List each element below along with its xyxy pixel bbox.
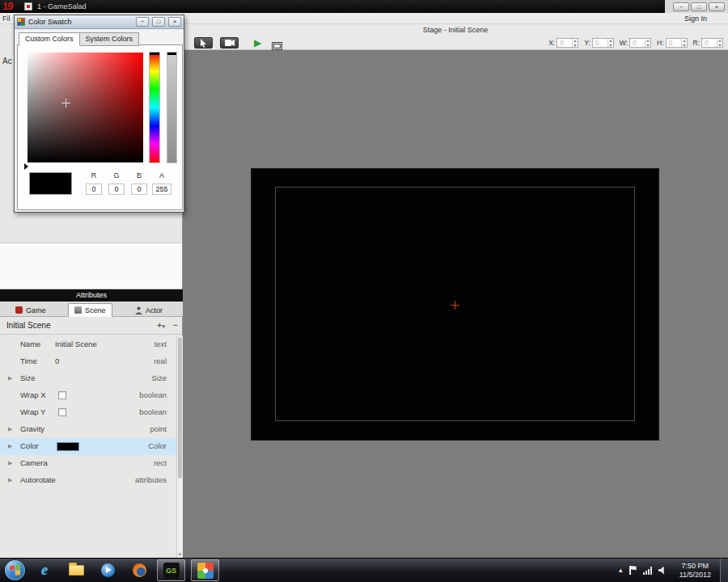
stepper-icon[interactable] (607, 39, 613, 47)
expander-icon[interactable]: ▶ (8, 443, 12, 449)
taskbar-explorer-button[interactable] (64, 559, 88, 582)
scrollbar-thumb[interactable] (178, 337, 182, 479)
screen: 19 1 - GameSalad − □ × Fil Sign In Ac At… (0, 0, 728, 582)
scroll-down-icon[interactable]: ▼ (177, 552, 183, 557)
expander-icon[interactable]: ▶ (8, 460, 12, 466)
expander-icon[interactable]: ▶ (8, 375, 12, 382)
scene-stage[interactable] (251, 168, 659, 441)
maximize-icon[interactable]: □ (691, 2, 707, 11)
media-player-icon (101, 563, 115, 577)
alpha-slider[interactable] (167, 52, 177, 163)
channel-a-input[interactable]: 255 (152, 183, 171, 195)
attr-row-gravity[interactable]: ▶ Gravity point (0, 421, 176, 438)
dialog-minimize-icon[interactable]: − (136, 17, 149, 27)
tab-actor[interactable]: Actor (129, 303, 168, 317)
taskbar-recorder-button[interactable] (191, 559, 219, 581)
attr-row-autorotate[interactable]: ▶ Autorotate attributes (0, 472, 176, 489)
attributes-tab-bar: Game Scene Actor (0, 302, 183, 317)
window-titlebar: 19 1 - GameSalad − □ × (0, 0, 728, 13)
dialog-close-icon[interactable]: × (168, 17, 181, 27)
transform-fields: X: 0 Y: 0 W: 0 H: 0 R: 0 (548, 38, 723, 48)
remove-attribute-button[interactable]: − (173, 319, 178, 331)
sign-in-link[interactable]: Sign In (684, 15, 707, 23)
field-y-input[interactable]: 0 (592, 38, 614, 48)
attr-row-wrap-x[interactable]: Wrap X boolean (0, 387, 176, 404)
game-icon (15, 306, 23, 314)
attr-row-camera[interactable]: ▶ Camera rect (0, 455, 176, 472)
alpha-marker[interactable] (167, 53, 176, 55)
scene-title: Initial Scene (6, 317, 50, 335)
tab-custom-colors[interactable]: Custom Colors (19, 32, 80, 46)
field-r-input[interactable]: 0 (701, 38, 723, 48)
field-x-input[interactable]: 0 (557, 38, 578, 48)
taskbar-firefox-button[interactable] (127, 559, 151, 582)
camera-tool-button[interactable] (220, 37, 239, 48)
field-h-input[interactable]: 0 (666, 38, 688, 48)
attr-row-wrap-y[interactable]: Wrap Y boolean (0, 404, 176, 421)
stepper-icon[interactable] (681, 39, 687, 47)
attr-name: Wrap Y (20, 407, 45, 416)
dialog-titlebar[interactable]: Color Swatch − □ × (15, 15, 184, 29)
attr-name: Color (20, 441, 39, 450)
close-icon[interactable]: × (709, 2, 725, 11)
scene-title-row: Initial Scene +▾ − (0, 317, 183, 335)
attr-row-size[interactable]: ▶ Size Size (0, 370, 176, 387)
attributes-header: Attributes (0, 289, 183, 302)
select-tool-button[interactable] (194, 37, 213, 48)
minimize-icon[interactable]: − (673, 2, 689, 11)
stepper-icon[interactable] (645, 39, 650, 47)
color-preview-swatch (29, 172, 72, 195)
stepper-icon[interactable] (717, 39, 722, 47)
tab-game[interactable]: Game (10, 303, 52, 317)
attr-type: text (154, 340, 167, 348)
wrap-x-checkbox[interactable] (58, 391, 66, 399)
saturation-value-picker[interactable] (28, 53, 143, 162)
file-menu[interactable]: Fil (2, 15, 11, 23)
clock-date: 11/5/2012 (679, 571, 711, 580)
attr-row-name[interactable]: Name Initial Scene text (0, 336, 176, 353)
play-button[interactable]: ▶ (254, 36, 261, 49)
attr-value[interactable]: Initial Scene (55, 340, 97, 348)
volume-icon[interactable] (658, 567, 667, 575)
taskbar-media-player-button[interactable] (95, 559, 120, 582)
dialog-maximize-icon[interactable]: □ (152, 17, 165, 27)
wrap-y-checkbox[interactable] (58, 408, 66, 416)
field-r: R: 0 (693, 38, 724, 48)
color-swatch-icon (17, 18, 25, 26)
gamesalad-icon: GS (163, 563, 180, 579)
color-value-swatch[interactable] (57, 442, 79, 451)
start-button[interactable] (5, 560, 25, 580)
attr-value[interactable]: 0 (55, 356, 59, 365)
expander-icon[interactable]: ▶ (8, 477, 12, 483)
window-title: 1 - GameSalad (37, 2, 87, 11)
channel-g-input[interactable]: 0 (108, 183, 125, 195)
screenshot-icon (272, 42, 282, 50)
camera-icon (225, 40, 235, 46)
taskbar-clock[interactable]: 7:50 PM 11/5/2012 (679, 562, 711, 580)
action-center-icon[interactable] (629, 566, 637, 575)
field-w-label: W: (620, 39, 628, 47)
show-hidden-icons-icon[interactable]: ▴ (619, 567, 623, 574)
field-y-label: Y: (584, 39, 590, 47)
system-tray: ▴ 7:50 PM 11/5/2012 (619, 562, 717, 580)
hue-slider[interactable] (149, 52, 160, 163)
taskbar-ie-button[interactable]: e (32, 559, 57, 582)
add-attribute-button[interactable]: +▾ (157, 319, 165, 332)
attr-row-color[interactable]: ▶ Color Color (0, 438, 176, 455)
scene-icon (74, 306, 82, 314)
hue-marker[interactable] (150, 53, 159, 55)
attr-type: attributes (135, 475, 167, 484)
show-desktop-button[interactable] (720, 559, 728, 582)
caret-down-icon: ▾ (162, 323, 165, 329)
tab-scene[interactable]: Scene (68, 303, 112, 317)
network-icon[interactable] (643, 567, 652, 575)
expander-icon[interactable]: ▶ (8, 426, 12, 432)
attributes-scrollbar[interactable]: ▼ (176, 336, 183, 558)
tab-system-colors[interactable]: System Colors (80, 32, 140, 46)
stepper-icon[interactable] (572, 39, 578, 47)
attr-row-time[interactable]: Time 0 real (0, 353, 176, 370)
taskbar-gamesalad-button[interactable]: GS (157, 559, 185, 581)
channel-b-input[interactable]: 0 (131, 183, 147, 195)
channel-r-input[interactable]: 0 (86, 183, 102, 195)
field-w-input[interactable]: 0 (629, 38, 651, 48)
